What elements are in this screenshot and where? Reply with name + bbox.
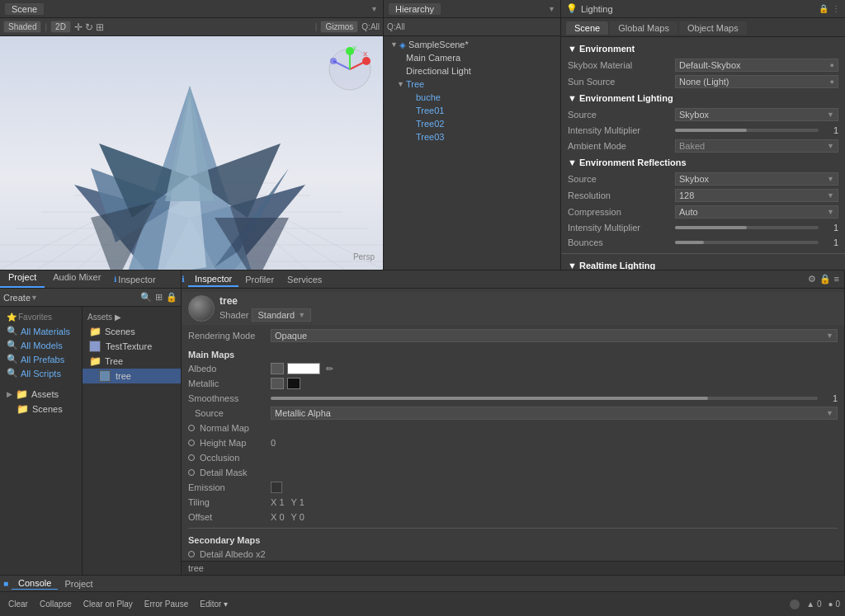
smoothness-slider-row: 1 xyxy=(271,393,838,403)
detail-mask-label: Detail Mask xyxy=(188,468,271,477)
project-view-icon[interactable]: ⊞ xyxy=(155,292,163,303)
hierarchy-header: Hierarchy ▼ xyxy=(384,0,560,18)
project-search-icon[interactable]: 🔍 xyxy=(140,292,152,303)
inspector-footer: tree xyxy=(182,561,844,575)
skybox-material-value[interactable]: Default-Skybox ● xyxy=(675,59,838,72)
height-map-row: Height Map 0 xyxy=(188,435,838,450)
create-dropdown[interactable]: ▼ xyxy=(31,294,38,302)
editor-dropdown-btn[interactable]: Editor ▾ xyxy=(196,599,231,609)
hier-item-buche[interactable]: buche xyxy=(384,91,560,104)
fav-all-materials[interactable]: 🔍 All Materials xyxy=(0,324,82,338)
hier-label-tree02: Tree02 xyxy=(416,119,444,129)
shader-value[interactable]: Standard ▼ xyxy=(252,308,311,322)
skybox-dropdown-icon: ● xyxy=(830,61,834,69)
ambient-mode-text: Baked xyxy=(679,141,705,151)
lighting-tab-scene[interactable]: Scene xyxy=(566,21,608,35)
fav-models-label: All Models xyxy=(21,341,63,350)
object-name: tree xyxy=(220,295,311,307)
refl-bounces-slider[interactable] xyxy=(675,241,819,244)
scene-tab[interactable]: Scene xyxy=(5,3,44,15)
metallic-color-swatch[interactable] xyxy=(287,378,300,389)
refl-resolution-value[interactable]: 128 ▼ xyxy=(675,189,838,202)
emission-icon[interactable] xyxy=(271,482,282,493)
inspector-tab-services[interactable]: Services xyxy=(281,273,328,286)
scale-icon[interactable]: ⊞ xyxy=(96,21,104,33)
project-tab-inspector[interactable]: Inspector xyxy=(118,275,155,284)
collapse-btn[interactable]: Collapse xyxy=(36,599,75,609)
tree-folder[interactable]: 📁 Tree xyxy=(83,354,181,369)
secondary-maps-title: Secondary Maps xyxy=(188,532,838,547)
fav-all-prefabs[interactable]: 🔍 All Prefabs xyxy=(0,352,82,366)
console-tab-project[interactable]: Project xyxy=(58,578,99,590)
hier-item-tree[interactable]: ▼ Tree xyxy=(384,78,560,91)
albedo-texture-slot[interactable] xyxy=(271,363,284,374)
favorites-label: Favorites xyxy=(18,313,52,322)
lighting-menu[interactable]: ⋮ xyxy=(832,4,840,13)
realtime-label: Realtime Lighting xyxy=(579,261,655,270)
rendering-mode-value[interactable]: Opaque ▼ xyxy=(271,329,838,342)
offset-row: Offset X 0 Y 0 xyxy=(188,510,838,524)
sun-source-value[interactable]: None (Light) ● xyxy=(675,75,838,88)
env-source-value[interactable]: Skybox ▼ xyxy=(675,108,838,121)
metallic-row: Metallic xyxy=(188,376,838,391)
tree-file[interactable]: tree xyxy=(83,369,181,383)
create-btn[interactable]: Create xyxy=(3,293,31,303)
test-texture-file[interactable]: TestTexture xyxy=(83,339,181,354)
albedo-color-swatch[interactable] xyxy=(287,363,320,374)
metallic-texture-slot[interactable] xyxy=(271,378,284,389)
fav-all-models[interactable]: 🔍 All Models xyxy=(0,338,82,352)
project-toolbar: Create ▼ 🔍 ⊞ 🔒 xyxy=(0,289,181,307)
refl-resolution-text: 128 xyxy=(679,190,694,200)
fav-prefabs-label: All Prefabs xyxy=(21,355,64,364)
hier-item-samplescene[interactable]: ▼ ◈ SampleScene* xyxy=(384,38,560,51)
error-pause-btn[interactable]: Error Pause xyxy=(141,599,191,609)
scene-viewport[interactable]: X Y Persp xyxy=(0,36,383,270)
refl-resolution-dropdown-icon: ▼ xyxy=(827,191,834,200)
hier-item-directionallight[interactable]: Directional Light xyxy=(384,64,560,78)
hier-item-maincamera[interactable]: Main Camera xyxy=(384,51,560,64)
refl-intensity-slider[interactable] xyxy=(675,226,819,229)
inspector-settings-icon[interactable]: ⚙ xyxy=(808,274,816,284)
hier-item-tree02[interactable]: Tree02 xyxy=(384,117,560,130)
project-tab-audiomixer[interactable]: Audio Mixer xyxy=(45,270,109,288)
hierarchy-tab[interactable]: Hierarchy xyxy=(389,3,441,15)
inspector-lock-icon[interactable]: 🔒 xyxy=(819,274,831,284)
rendering-mode-label: Rendering Mode xyxy=(188,331,271,341)
refl-compression-value[interactable]: Auto ▼ xyxy=(675,205,838,219)
project-lock-icon[interactable]: 🔒 xyxy=(166,292,177,303)
scenes-folder[interactable]: 📁 Scenes xyxy=(83,324,181,339)
lighting-header: 💡 Lighting 🔒 ⋮ xyxy=(561,0,845,18)
scenes-folder-bottom[interactable]: 📁 Scenes xyxy=(0,402,82,416)
move-icon[interactable]: ✛ xyxy=(74,21,83,33)
clear-on-play-btn[interactable]: Clear on Play xyxy=(80,599,136,609)
project-tab-project[interactable]: Project xyxy=(0,270,45,288)
rotate-icon[interactable]: ↻ xyxy=(85,21,93,33)
lighting-tab-objectmaps[interactable]: Object Maps xyxy=(679,21,747,35)
inspector-tab-inspector[interactable]: Inspector xyxy=(188,272,238,287)
lighting-tab-globalmaps[interactable]: Global Maps xyxy=(610,21,677,35)
albedo-edit-icon[interactable]: ✏ xyxy=(326,364,333,374)
lighting-lock[interactable]: 🔒 xyxy=(819,4,828,13)
assets-root-bottom[interactable]: ▶ 📁 Assets xyxy=(0,387,82,402)
inspector-tab-bar: ℹ Inspector Profiler Services ⚙ 🔒 ≡ xyxy=(182,270,844,289)
tree-folder-icon: 📁 xyxy=(89,355,101,367)
fav-all-scripts[interactable]: 🔍 All Scripts xyxy=(0,366,82,380)
gizmos-btn[interactable]: Gizmos xyxy=(320,21,358,33)
console-tab-console[interactable]: Console xyxy=(12,577,58,590)
tree-material-icon xyxy=(99,370,111,382)
env-intensity-slider[interactable] xyxy=(675,129,819,132)
hier-item-tree03[interactable]: Tree03 xyxy=(384,130,560,143)
hier-item-tree01[interactable]: Tree01 xyxy=(384,104,560,117)
2d-btn[interactable]: 2D xyxy=(50,21,71,33)
source-value[interactable]: Metallic Alpha ▼ xyxy=(271,407,838,420)
refl-source-value[interactable]: Skybox ▼ xyxy=(675,172,838,186)
ambient-mode-value[interactable]: Baked ▼ xyxy=(675,139,838,153)
inspector-tab-profiler[interactable]: Profiler xyxy=(238,273,281,286)
smoothness-slider[interactable] xyxy=(271,397,818,400)
shaded-btn[interactable]: Shaded xyxy=(3,21,41,33)
assets-header: Assets ▶ xyxy=(83,310,181,324)
sun-source-text: None (Light) xyxy=(679,77,729,87)
rendering-mode-row: Rendering Mode Opaque ▼ xyxy=(188,328,838,343)
clear-btn[interactable]: Clear xyxy=(5,599,31,609)
inspector-menu-icon[interactable]: ≡ xyxy=(834,274,839,284)
